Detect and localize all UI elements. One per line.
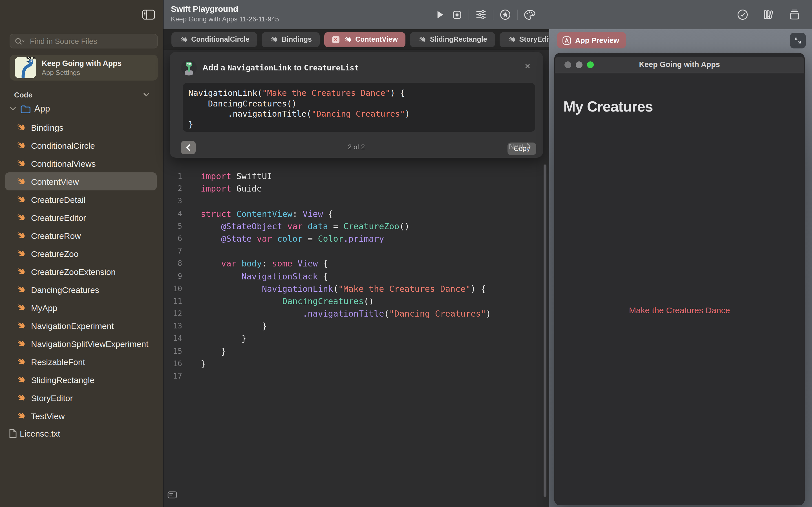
search-field[interactable] bbox=[10, 34, 158, 48]
tab-contentview[interactable]: ✕ ContentView bbox=[324, 32, 406, 47]
sidebar-toggle-icon bbox=[142, 10, 155, 20]
sidebar-item-slidingrectangle[interactable]: SlidingRectangle bbox=[5, 371, 157, 389]
stop-frame-icon bbox=[451, 9, 463, 20]
swift-file-icon bbox=[16, 285, 26, 294]
tutorial-title: Add a NavigationLink to CreatureList bbox=[202, 63, 359, 72]
swift-tab-icon bbox=[270, 36, 278, 43]
chevron-right-icon bbox=[527, 143, 530, 149]
file-label: ContentView bbox=[31, 177, 79, 186]
swift-file-icon bbox=[16, 141, 26, 150]
traffic-light-gray-icon[interactable] bbox=[576, 61, 582, 68]
toolbar: Swift Playground Keep Going with Apps 11… bbox=[163, 0, 812, 29]
sidebar-item-resizablefont[interactable]: ResizableFont bbox=[5, 353, 157, 371]
tab-close-icon[interactable]: ✕ bbox=[332, 36, 340, 43]
navigation-link[interactable]: Make the Creatures Dance bbox=[554, 305, 805, 315]
sidebar-item-conditionalviews[interactable]: ConditionalViews bbox=[5, 154, 157, 172]
editor-column: ConditionalCircle Bindings ✕ ContentView… bbox=[163, 29, 549, 507]
sidebar-item-creatureeditor[interactable]: CreatureEditor bbox=[5, 209, 157, 226]
sidebar-item-navigationsplitviewexperiment[interactable]: NavigationSplitViewExperiment bbox=[5, 335, 157, 353]
sidebar-item-creaturezoo[interactable]: CreatureZoo bbox=[5, 244, 157, 263]
filters-button[interactable] bbox=[475, 9, 487, 20]
tutorial-header: Add a NavigationLink to CreatureList ✕ bbox=[170, 52, 543, 83]
app-stack-icon bbox=[788, 8, 801, 21]
project-title: Keep Going with Apps bbox=[42, 59, 121, 67]
tab-slidingrectangle[interactable]: SlidingRectangle bbox=[410, 32, 495, 47]
traffic-light-gray-icon[interactable] bbox=[564, 61, 571, 68]
swift-file-icon bbox=[16, 267, 26, 276]
preview-panel: App Preview Keep Going with Apps bbox=[549, 29, 812, 507]
code-editor[interactable]: Add a NavigationLink to CreatureList ✕ N… bbox=[163, 50, 549, 507]
swift-file-icon bbox=[16, 231, 26, 240]
code-section-header[interactable]: Code bbox=[0, 89, 163, 100]
search-icon bbox=[15, 37, 26, 45]
tab-conditionalcircle[interactable]: ConditionalCircle bbox=[171, 32, 257, 47]
sidebar-item-license[interactable]: License.txt bbox=[0, 424, 163, 442]
guide-button[interactable] bbox=[499, 8, 511, 21]
source-code[interactable]: 1import SwiftUI2import Guide34struct Con… bbox=[163, 170, 549, 383]
file-label: TestView bbox=[31, 411, 65, 420]
sidebar-item-bindings[interactable]: Bindings bbox=[5, 118, 157, 136]
sidebar-item-myapp[interactable]: MyApp bbox=[5, 298, 157, 317]
sidebar-item-creaturezooextension[interactable]: CreatureZooExtension bbox=[5, 263, 157, 281]
sidebar-item-navigationexperiment[interactable]: NavigationExperiment bbox=[5, 317, 157, 335]
sidebar-toggle-button[interactable] bbox=[140, 7, 157, 22]
file-label: CreatureZooExtension bbox=[31, 267, 116, 276]
file-label: MyApp bbox=[31, 303, 57, 313]
swift-file-icon bbox=[16, 213, 26, 222]
editor-scrollbar[interactable] bbox=[544, 165, 546, 497]
window-subtitle: Keep Going with Apps 11-26-11-945 bbox=[171, 15, 279, 23]
app-preview-badge[interactable]: App Preview bbox=[557, 32, 626, 48]
sidebar-item-creaturedetail[interactable]: CreatureDetail bbox=[5, 190, 157, 209]
swift-file-icon bbox=[16, 159, 26, 168]
file-label: NavigationSplitViewExperiment bbox=[31, 339, 148, 348]
expand-preview-button[interactable] bbox=[790, 33, 806, 48]
folder-label: App bbox=[35, 104, 50, 114]
swift-file-icon bbox=[16, 375, 26, 384]
license-label: License.txt bbox=[20, 429, 60, 438]
app-settings-card[interactable]: Keep Going with Apps App Settings bbox=[10, 55, 158, 80]
swift-playgrounds-window: Keep Going with Apps App Settings Code A… bbox=[0, 0, 812, 507]
checklist-button[interactable] bbox=[737, 8, 749, 21]
close-icon[interactable]: ✕ bbox=[524, 62, 530, 70]
file-label: ConditionalCircle bbox=[31, 140, 95, 150]
app-icon bbox=[15, 57, 36, 78]
tutorial-popup: Add a NavigationLink to CreatureList ✕ N… bbox=[170, 52, 543, 158]
sidebar-item-contentview[interactable]: ContentView bbox=[5, 172, 157, 190]
swift-tab-icon bbox=[343, 36, 351, 43]
sidebar-item-dancingcreatures[interactable]: DancingCreatures bbox=[5, 281, 157, 298]
sidebar-item-storyeditor[interactable]: StoryEditor bbox=[5, 389, 157, 407]
console-icon bbox=[167, 491, 177, 499]
file-label: StoryEditor bbox=[31, 393, 73, 402]
stop-frame-button[interactable] bbox=[451, 9, 463, 20]
sidebar-item-creaturerow[interactable]: CreatureRow bbox=[5, 226, 157, 244]
toolbar-right-icons bbox=[737, 0, 801, 29]
tab-bar: ConditionalCircle Bindings ✕ ContentView… bbox=[163, 29, 549, 50]
sidebar-item-testview[interactable]: TestView bbox=[5, 407, 157, 425]
traffic-light-green-icon[interactable] bbox=[587, 61, 594, 68]
library-books-icon bbox=[762, 8, 775, 21]
swift-file-icon bbox=[16, 321, 26, 330]
run-button[interactable] bbox=[434, 9, 446, 20]
appearance-button[interactable] bbox=[523, 9, 536, 20]
preview-titlebar: Keep Going with Apps bbox=[555, 57, 804, 73]
swift-file-icon bbox=[16, 249, 26, 258]
search-input[interactable] bbox=[29, 36, 144, 46]
page-indicator: 2 of 2 bbox=[170, 143, 543, 151]
swift-tab-icon bbox=[179, 36, 187, 43]
library-button[interactable] bbox=[762, 8, 775, 21]
swift-tab-icon bbox=[507, 36, 515, 43]
swift-file-icon bbox=[16, 339, 26, 348]
toolbar-left-icons bbox=[434, 0, 536, 29]
console-button[interactable] bbox=[167, 491, 177, 499]
file-label: DancingCreatures bbox=[31, 285, 99, 294]
preview-content: My Creatures Make the Creatures Dance bbox=[554, 73, 805, 505]
play-icon bbox=[434, 9, 446, 20]
sidebar-folder-app[interactable]: App bbox=[0, 100, 163, 118]
palette-icon bbox=[523, 9, 536, 20]
next-page-button[interactable]: Next bbox=[509, 142, 530, 151]
tab-bindings[interactable]: Bindings bbox=[262, 32, 320, 47]
sidebar-item-conditionalcircle[interactable]: ConditionalCircle bbox=[5, 136, 157, 154]
disclosure-chevron-icon bbox=[10, 107, 16, 111]
file-label: NavigationExperiment bbox=[31, 321, 114, 330]
app-stack-button[interactable] bbox=[788, 8, 801, 21]
